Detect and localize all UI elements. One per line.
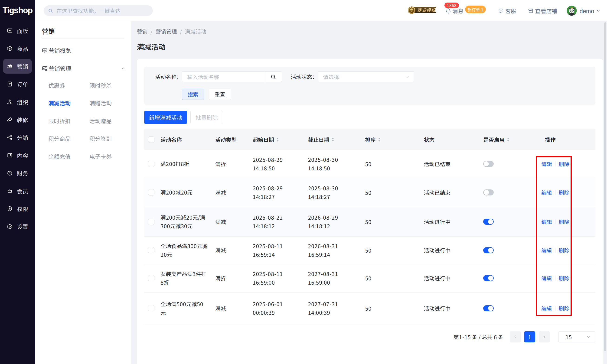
scrollbar-thumb[interactable] <box>604 22 606 351</box>
column-header[interactable]: 截止日期 <box>304 136 361 143</box>
delete-link[interactable]: 删除 <box>559 274 569 282</box>
sidebar-item[interactable]: 设置 <box>0 218 35 236</box>
prev-page-button[interactable] <box>510 331 521 342</box>
delete-link[interactable]: 删除 <box>559 218 569 226</box>
cell-sort: 50 <box>361 160 420 168</box>
breadcrumb: 营销 / 营销管理 / 满减活动 <box>137 27 206 35</box>
sort-icon[interactable] <box>276 137 279 142</box>
column-header[interactable]: 活动类型 <box>211 136 249 143</box>
delete-link[interactable]: 删除 <box>559 304 569 312</box>
user-menu[interactable]: demo <box>567 0 600 21</box>
edit-link[interactable]: 编辑 <box>541 160 552 168</box>
delete-link[interactable]: 删除 <box>559 160 569 168</box>
row-checkbox[interactable] <box>148 275 154 281</box>
column-header[interactable]: 操作 <box>541 136 595 143</box>
row-checkbox[interactable] <box>148 189 154 195</box>
delete-link[interactable]: 删除 <box>559 246 569 254</box>
edit-link[interactable]: 编辑 <box>541 188 552 196</box>
delete-link[interactable]: 删除 <box>559 188 569 196</box>
chevron-up-icon[interactable] <box>121 66 126 71</box>
breadcrumb-item[interactable]: 满减活动 <box>185 27 206 35</box>
enable-toggle[interactable] <box>483 161 494 167</box>
submenu-group[interactable]: 营销概览 <box>35 41 131 59</box>
enable-toggle[interactable] <box>483 219 494 225</box>
license-badge[interactable]: 商业授权 <box>407 6 437 16</box>
sidebar-item[interactable]: 组织 <box>0 93 35 111</box>
edit-link[interactable]: 编辑 <box>541 274 552 282</box>
sort-icon[interactable] <box>507 137 509 142</box>
sidebar-item[interactable]: 权限 <box>0 200 35 218</box>
global-search[interactable] <box>44 5 153 16</box>
submenu-group[interactable]: 营销管理 <box>35 59 131 77</box>
enable-toggle[interactable] <box>483 189 494 195</box>
reset-button[interactable]: 重置 <box>209 89 231 100</box>
sidebar-item[interactable]: 面板 <box>0 22 35 40</box>
cell-sort: 50 <box>361 274 420 282</box>
cell-start-date: 2025-08-11 16:59:14 <box>249 242 304 259</box>
row-checkbox[interactable] <box>148 219 154 225</box>
select-placeholder: 请选择 <box>323 73 405 81</box>
cell-end-date: 2025-08-30 14:18:27 <box>304 184 361 201</box>
submenu-item[interactable]: 优惠券 <box>48 81 89 89</box>
cell-end-date: 2025-08-30 14:18:50 <box>304 155 361 172</box>
support-button[interactable]: 客服 <box>498 0 516 21</box>
activity-name-input[interactable] <box>182 72 265 82</box>
submenu-item[interactable]: 限时秒杀 <box>89 81 131 89</box>
column-header[interactable]: 是否启用 <box>479 136 541 143</box>
column-header[interactable]: 排序 <box>361 136 420 143</box>
divider <box>555 306 555 311</box>
current-page-button[interactable]: 1 <box>524 331 535 342</box>
row-checkbox[interactable] <box>148 247 154 253</box>
row-checkbox[interactable] <box>148 305 154 311</box>
edit-link[interactable]: 编辑 <box>541 246 552 254</box>
view-store-button[interactable]: 查看店铺 <box>528 0 557 21</box>
select-all-checkbox[interactable] <box>148 136 154 143</box>
enable-toggle[interactable] <box>483 305 494 311</box>
sidebar-item[interactable]: 商品 <box>0 40 35 58</box>
sort-icon[interactable] <box>332 137 334 142</box>
sidebar-item[interactable]: 财务 <box>0 164 35 182</box>
submenu-item[interactable]: 积分签到 <box>89 134 131 143</box>
sidebar-item[interactable]: 装修 <box>0 111 35 129</box>
add-activity-button[interactable]: 新增满减活动 <box>144 111 187 124</box>
input-search-button[interactable] <box>265 72 282 82</box>
submenu-item[interactable]: 满赠活动 <box>89 99 131 107</box>
next-page-button[interactable] <box>539 331 550 342</box>
submenu-item[interactable]: 余额充值 <box>48 152 89 160</box>
row-checkbox[interactable] <box>148 161 154 167</box>
breadcrumb-item[interactable]: 营销 <box>137 27 147 35</box>
submenu-item[interactable]: 活动赠品 <box>89 117 131 125</box>
enable-toggle[interactable] <box>483 247 494 253</box>
sidebar-item[interactable]: 内容 <box>0 146 35 164</box>
edit-link[interactable]: 编辑 <box>541 218 552 226</box>
global-search-input[interactable] <box>53 7 168 15</box>
submenu-item[interactable]: 电子卡券 <box>89 152 131 160</box>
column-header[interactable]: 状态 <box>420 136 479 143</box>
content-icon <box>7 152 13 158</box>
column-header[interactable]: 起始日期 <box>249 136 304 143</box>
submenu-item[interactable]: 满减活动 <box>48 99 89 107</box>
cell-activity-type: 满折 <box>211 274 249 282</box>
sort-icon[interactable] <box>378 137 381 142</box>
new-order-badge[interactable]: 新订单 1 <box>465 6 486 13</box>
search-button[interactable]: 搜索 <box>182 89 204 100</box>
batch-delete-button[interactable]: 批量删除 <box>190 111 223 124</box>
activity-status-select[interactable]: 请选择 <box>318 72 414 82</box>
page-size-select[interactable]: 15 <box>558 331 595 342</box>
edit-link[interactable]: 编辑 <box>541 304 552 312</box>
sidebar-item[interactable]: 分销 <box>0 129 35 146</box>
chevron-down-icon <box>596 9 600 13</box>
cell-end-date: 2027-08-31 16:59:00 <box>304 270 361 287</box>
cell-start-date: 2025-08-11 16:59:00 <box>249 270 304 287</box>
submenu-item[interactable]: 积分商品 <box>48 134 89 143</box>
sidebar-item[interactable]: 订单 <box>0 75 35 93</box>
breadcrumb-item[interactable]: 营销管理 <box>156 27 177 35</box>
sidebar-item-label: 营销 <box>17 62 28 70</box>
column-header[interactable]: 活动名称 <box>157 136 211 143</box>
search-icon <box>48 8 53 13</box>
sidebar-item[interactable]: 会员 <box>0 182 35 200</box>
submenu-item[interactable]: 限时折扣 <box>48 117 89 125</box>
app-logo[interactable]: Tigshop <box>2 4 35 17</box>
sidebar-item[interactable]: 营销 <box>0 57 35 75</box>
enable-toggle[interactable] <box>483 275 494 281</box>
